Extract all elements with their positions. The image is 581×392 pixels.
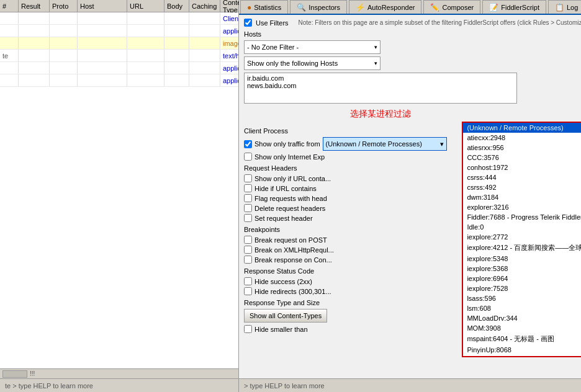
show-only-following-label: Show only the following Hosts [247,60,338,67]
hide-redirects-label: Hide redirects (300,301... [254,288,331,295]
table-row[interactable]: image/jpeg iexplore:7528 [0,37,238,50]
right-panel: ● Statistics 🔍 Inspectors ⚡ AutoResponde… [239,0,581,392]
process-list-item[interactable]: explorer:3216 [463,202,581,212]
process-list-item[interactable]: mspaint:6404 - 无标题 - 画图 [463,333,581,345]
process-list-item[interactable]: lsass:596 [463,293,581,303]
process-list-item[interactable]: csrss:492 [463,182,581,192]
filter-note: Note: Filters on this page are a simple … [299,19,581,26]
col-url: URL [127,0,164,12]
process-list-item[interactable]: iexplore:4212 - 百度新闻搜索——全球最大的中文新闻平台 - Ir [463,242,581,254]
selected-process-label: (Unknown / Remote Processes) [326,140,422,148]
left-panel: # Result Proto Host URL Body Caching Con… [0,0,239,392]
table-row[interactable]: application/... iexplore:7528 [0,62,238,74]
horizontal-scrollbar-area: !!! [0,368,238,378]
session-list: Client Process iexplore:7528 application… [0,12,238,368]
show-all-content-types-label: Show all Content-Types [250,312,322,319]
process-list-item[interactable]: Fiddler:7688 - Progress Telerik Fiddler … [463,212,581,222]
inspectors-icon: 🔍 [297,3,306,12]
no-zone-filter-dropdown[interactable]: - No Zone Filter - ▾ [244,40,381,54]
show-only-internet-exp-checkbox[interactable] [244,153,252,161]
column-headers: # Result Proto Host URL Body Caching Con… [0,0,238,12]
autoresponder-icon: ⚡ [356,3,365,12]
use-filters-checkbox[interactable] [244,19,252,27]
process-list-item[interactable]: PinyinUp:8068 [463,345,581,355]
table-row[interactable]: te text/html iexplore:7528 [0,50,238,62]
tab-fiddlerscript[interactable]: 📝 FiddlerScript [482,0,546,14]
delete-request-headers-checkbox[interactable] [244,204,252,212]
right-tab-bar: ● Statistics 🔍 Inspectors ⚡ AutoResponde… [239,0,581,15]
show-if-url-checkbox[interactable] [244,174,252,182]
process-list-item[interactable]: csrss:444 [463,172,581,182]
fiddlerscript-icon: 📝 [489,3,498,12]
process-list-item[interactable]: Idle:0 [463,222,581,232]
tab-log[interactable]: 📋 Log [548,0,581,14]
col-num: # [0,0,19,12]
table-row[interactable]: Client Process iexplore:7528 [0,12,238,25]
no-zone-filter-arrow: ▾ [374,44,377,50]
composer-icon: ✏️ [430,3,439,12]
show-only-following-arrow: ▾ [374,60,377,66]
status-message: te > type HELP to learn more [5,382,93,390]
process-list-item[interactable]: CCC:3576 [463,153,581,163]
break-on-connect-checkbox[interactable] [244,256,252,264]
col-host: Host [78,0,127,12]
process-list-item[interactable]: atiesrxx:956 [463,143,581,153]
hide-success-label: Hide success (2xx) [254,278,312,285]
scrollbar-thumb[interactable] [2,370,27,378]
tab-autoresponder-label: AutoResponder [367,4,415,11]
process-list-item[interactable]: MMLoadDrv:344 [463,313,581,323]
process-list-item[interactable]: PresentationFontCache:4880 [463,355,581,357]
col-body: Body [164,0,189,12]
set-request-header-label: Set request header [254,215,313,222]
chinese-process-filter-label: 选择某进程过滤 [244,105,517,123]
process-list-item[interactable]: iexplore:2772 [463,232,581,242]
tab-inspectors[interactable]: 🔍 Inspectors [290,0,347,14]
process-list-dropdown[interactable]: (Unknown / Remote Processes) atiecxx:294… [462,122,581,357]
process-list-item[interactable]: iexplore:6964 [463,274,581,283]
process-list-item[interactable]: atiecxx:2948 [463,133,581,143]
process-list-item[interactable]: (Unknown / Remote Processes) [463,123,581,133]
flag-requests-checkbox[interactable] [244,194,252,202]
tab-statistics[interactable]: ● Statistics [240,0,288,14]
log-icon: 📋 [555,3,564,12]
no-zone-filter-row: - No Zone Filter - ▾ [244,40,581,54]
hosts-textarea[interactable]: ir.baidu.com news.baidu.com [244,73,517,104]
break-on-xml-checkbox[interactable] [244,246,252,254]
tab-autoresponder[interactable]: ⚡ AutoResponder [349,0,421,14]
break-on-post-label: Break request on POST [254,236,327,244]
hide-success-checkbox[interactable] [244,277,252,285]
tab-composer[interactable]: ✏️ Composer [423,0,480,14]
process-selector-dropdown[interactable]: (Unknown / Remote Processes) ▾ [323,137,447,151]
show-only-internet-exp-label: Show only Internet Exp [254,153,325,161]
process-list-item[interactable]: iexplore:5348 [463,254,581,264]
break-on-post-checkbox[interactable] [244,236,252,244]
process-list-item[interactable]: lsm:608 [463,303,581,313]
show-all-content-types-button[interactable]: Show all Content-Types [244,309,327,323]
process-list-item[interactable]: conhost:1972 [463,163,581,172]
process-list-item[interactable]: dwm:3184 [463,192,581,202]
delete-request-headers-label: Delete request headers [254,205,325,212]
hide-smaller-than-checkbox[interactable] [244,325,252,333]
hosts-title: Hosts [244,30,581,38]
table-row[interactable]: application/... iexplore:7528 [0,74,238,87]
hide-redirects-checkbox[interactable] [244,287,252,295]
use-filters-label: Use Filters [256,19,289,27]
show-only-following-dropdown[interactable]: Show only the following Hosts ▾ [244,56,381,70]
process-list-item[interactable]: MOM:3908 [463,323,581,333]
show-only-traffic-checkbox[interactable] [244,140,252,148]
hide-smaller-than-label: Hide smaller than [254,326,308,333]
tab-log-label: Log [567,4,578,11]
use-filters-row: Use Filters Note: Filters on this page a… [244,19,581,27]
show-only-traffic-label: Show only traffic from [254,140,320,148]
break-on-connect-label: Break response on Con... [254,256,332,264]
process-list-item[interactable]: iexplore:7528 [463,283,581,293]
process-dropdown-arrow: ▾ [440,140,444,148]
statistics-icon: ● [247,3,251,12]
set-request-header-checkbox[interactable] [244,214,252,222]
hide-if-url-checkbox[interactable] [244,184,252,192]
process-list-item[interactable]: iexplore:5368 [463,264,581,274]
show-if-url-label: Show only if URL conta... [254,175,331,182]
col-proto: Proto [50,0,78,12]
status-text: !!! [30,370,35,377]
table-row[interactable]: application/... iexplore:7528 [0,25,238,37]
